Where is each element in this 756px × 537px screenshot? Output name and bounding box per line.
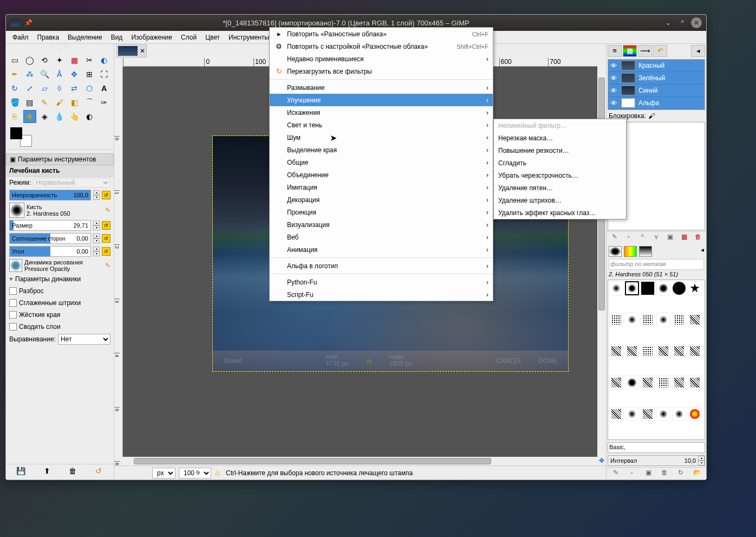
channel-alpha[interactable]: 👁Альфа — [608, 97, 705, 109]
angle-spinner[interactable]: ▴▾ — [93, 247, 100, 256]
blur-tool[interactable]: 💧 — [53, 110, 66, 123]
ruler-vertical[interactable]: 0123456 — [114, 67, 123, 457]
submenu-unsharp-mask[interactable]: Нерезкая маска… — [494, 132, 626, 144]
menu-select[interactable]: Выделение — [63, 31, 107, 43]
menu-decor[interactable]: Декорация› — [270, 193, 493, 206]
menu-python-fu[interactable]: Python-Fu› — [270, 276, 493, 288]
brush-item[interactable] — [656, 313, 670, 327]
align-tool[interactable]: ⊞ — [83, 68, 96, 81]
ink-tool[interactable]: ✑ — [97, 96, 110, 109]
menu-artistic[interactable]: Имитация› — [270, 181, 493, 193]
brush-item[interactable] — [656, 344, 670, 358]
raise-channel-icon[interactable]: ▫ — [624, 233, 634, 243]
menu-view[interactable]: Вид — [107, 31, 127, 43]
brush-item[interactable] — [688, 344, 702, 358]
brush-interval[interactable]: Интервал 10,0 ▴▾ — [608, 455, 705, 466]
channel-green[interactable]: 👁Зелёный — [608, 72, 705, 85]
brush-item[interactable] — [672, 407, 686, 421]
brush-item[interactable] — [641, 376, 655, 390]
menu-map[interactable]: Проекция› — [270, 206, 493, 218]
lock-brush-icon[interactable]: 🖌 — [648, 112, 655, 120]
airbrush-tool[interactable]: ⌒ — [83, 96, 96, 109]
scale-tool[interactable]: ⤢ — [23, 82, 36, 95]
navigation-icon[interactable]: ✥ — [597, 457, 606, 465]
close-button[interactable]: ✕ — [691, 17, 702, 28]
move-tool[interactable]: ✥ — [68, 68, 81, 81]
zoom-tool[interactable]: 🔍 — [38, 68, 51, 81]
brush-filter-input[interactable]: фильтр по меткам — [609, 259, 704, 270]
to-sel-icon[interactable]: ▣ — [666, 233, 675, 243]
submenu-destripe[interactable]: Удаление штрихов… — [494, 194, 626, 206]
brush-preset-select[interactable]: Basic, — [608, 442, 705, 453]
submenu-red-eye[interactable]: Удалить эффект красных глаз… — [494, 206, 626, 219]
flip-tool[interactable]: ⇄ — [68, 82, 81, 95]
rotate-tool[interactable]: ↻ — [8, 82, 21, 95]
menu-recently-used[interactable]: Недавно применявшиеся › — [270, 53, 493, 65]
shear-tool[interactable]: ▱ — [38, 82, 51, 95]
refresh-brush-icon[interactable]: ↻ — [676, 469, 686, 478]
maximize-button[interactable]: ^ — [677, 17, 688, 28]
new-channel-icon[interactable]: ✎ — [610, 233, 620, 243]
delete-preset-icon[interactable]: 🗑 — [67, 467, 78, 477]
submenu-despeckle[interactable]: Удаление пятен… — [494, 182, 626, 194]
tab-menu-icon[interactable]: ◂ — [691, 45, 705, 57]
dodge-tool[interactable]: ◐ — [83, 110, 96, 123]
menu-animation[interactable]: Анимация› — [270, 243, 493, 256]
scissors-tool[interactable]: ✂ — [83, 54, 96, 67]
new-brush-icon[interactable]: ▫ — [627, 469, 637, 478]
lasso-tool[interactable]: ⟲ — [38, 54, 51, 67]
menu-alpha-to-logo[interactable]: Альфа в логотип› — [270, 260, 493, 272]
paths-tab[interactable]: ⟿ — [638, 45, 652, 57]
fg-color[interactable] — [10, 127, 22, 139]
brush-item[interactable] — [641, 281, 655, 295]
by-color-select-tool[interactable]: ▦ — [68, 54, 81, 67]
brush-item[interactable] — [672, 281, 686, 295]
submenu-deinterlace[interactable]: Убрать черезстрочность… — [494, 169, 626, 182]
menu-file[interactable]: Файл — [8, 31, 33, 43]
lower-channel-icon[interactable]: ^ — [637, 233, 647, 243]
color-picker-tool[interactable]: ⁂ — [23, 68, 36, 81]
undo-tab[interactable]: ↶ — [653, 45, 667, 57]
smooth-checkbox[interactable] — [9, 299, 17, 307]
patterns-tab[interactable] — [624, 246, 637, 257]
edit-brush-icon[interactable]: ✎ — [611, 469, 621, 478]
unit-select[interactable]: px — [152, 468, 175, 478]
menu-reshow-last[interactable]: ⚙ Повторить с настройкой «Разностные обл… — [270, 40, 493, 53]
pencil-tool[interactable]: ✎ — [38, 96, 51, 109]
submenu-antialias[interactable]: Сгладить — [494, 157, 626, 169]
heal-tool[interactable]: ✚ — [23, 110, 36, 123]
brush-item[interactable] — [625, 344, 639, 358]
size-reset[interactable]: ↺ — [102, 221, 110, 230]
brush-item[interactable] — [641, 344, 655, 358]
menu-blur[interactable]: Размывание› — [270, 81, 493, 94]
dynamics-params-expander[interactable]: + Параметры динамики — [6, 273, 114, 285]
align-select[interactable]: Нет — [58, 334, 110, 345]
brush-edit-icon[interactable]: ✎ — [105, 206, 110, 214]
brush-item[interactable] — [656, 376, 670, 390]
brush-item[interactable] — [641, 407, 655, 421]
brush-item[interactable] — [625, 376, 639, 390]
brush-item[interactable] — [656, 281, 670, 295]
menu-edit[interactable]: Правка — [33, 31, 64, 43]
layers-tab[interactable]: ≡ — [608, 45, 622, 57]
brush-item[interactable] — [609, 281, 623, 295]
eye-icon[interactable]: 👁 — [610, 87, 618, 94]
brush-item[interactable] — [688, 376, 702, 390]
opacity-slider[interactable]: Непрозрачность 100,0 — [9, 190, 91, 200]
size-slider[interactable]: Размер 29,71 — [9, 220, 91, 231]
zoom-select[interactable]: 100 % — [179, 468, 211, 478]
color-swatches[interactable] — [10, 127, 32, 147]
minimize-button[interactable]: ⌄ — [663, 17, 674, 28]
brush-item[interactable] — [688, 281, 702, 295]
menu-script-fu[interactable]: Script-Fu› — [270, 288, 493, 301]
scatter-checkbox[interactable] — [9, 287, 17, 295]
menu-noise[interactable]: Шум› — [270, 131, 493, 144]
smudge-tool[interactable]: 👆 — [68, 110, 81, 123]
pin-icon[interactable]: 📌 — [24, 19, 32, 27]
fuzzy-select-tool[interactable]: ✦ — [53, 54, 66, 67]
brush-item[interactable] — [609, 376, 623, 390]
brush-item[interactable] — [609, 344, 623, 358]
brush-item[interactable] — [609, 407, 623, 421]
angle-slider[interactable]: Угол 0,00 — [9, 246, 91, 257]
open-brush-icon[interactable]: 📂 — [692, 469, 702, 478]
